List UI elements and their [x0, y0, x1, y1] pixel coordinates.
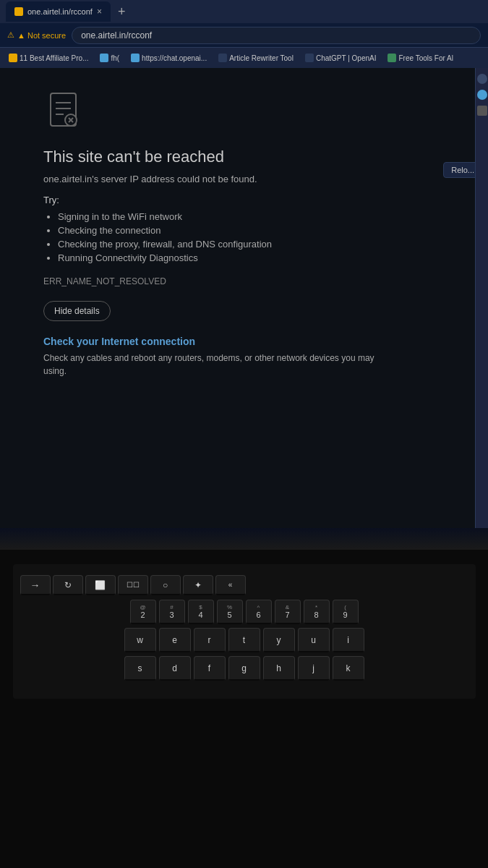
key-f[interactable]: f [194, 656, 226, 681]
key-fullscreen[interactable]: ⬜ [85, 575, 116, 595]
check-connection-title: Check your Internet connection [43, 336, 195, 347]
key-k[interactable]: k [333, 656, 364, 681]
laptop-screen: one.airtel.in/rcconf × + ⚠ ▲ Not secure … [0, 0, 488, 528]
key-r[interactable]: r [194, 628, 226, 652]
bookmarks-bar: 11 Best Affiliate Pro... fh( https://cha… [0, 48, 488, 68]
key-volume[interactable]: « [215, 575, 246, 595]
address-bar: ⚠ ▲ Not secure one.airtel.in/rcconf [0, 23, 488, 48]
key-h[interactable]: h [263, 656, 295, 681]
bookmark-label-5: Free Tools For Al [398, 54, 453, 62]
key-brightness-down[interactable]: ○ [150, 575, 181, 595]
key-arrow-right[interactable]: → [20, 575, 51, 595]
browser-chrome: one.airtel.in/rcconf × + ⚠ ▲ Not secure … [0, 0, 488, 68]
bookmark-4[interactable]: ChatGPT | OpenAI [301, 52, 381, 64]
key-9[interactable]: (9 [333, 600, 359, 624]
key-3[interactable]: #3 [159, 600, 185, 624]
laptop-hinge [0, 528, 488, 550]
key-2[interactable]: @2 [130, 600, 156, 624]
tab-favicon [14, 7, 23, 16]
tab-title: one.airtel.in/rcconf [27, 7, 93, 16]
bookmark-5[interactable]: Free Tools For Al [383, 52, 457, 64]
error-suggestions: Signing in to the WiFi network Checking … [58, 211, 272, 266]
error-icon [43, 90, 87, 133]
bookmark-favicon-2 [131, 54, 140, 62]
suggestion-2: Checking the proxy, firewall, and DNS co… [58, 239, 272, 250]
fn-key-row: → ↻ ⬜ ☐☐ ○ ✦ « [20, 575, 468, 595]
bookmark-favicon-1 [100, 54, 108, 62]
bookmark-0[interactable]: 11 Best Affiliate Pro... [4, 52, 93, 64]
keyboard-area: → ↻ ⬜ ☐☐ ○ ✦ « @2 #3 $4 %5 ^6 [0, 550, 488, 868]
bookmark-label-3: Article Rewriter Tool [229, 54, 294, 62]
panel-icon-1 [477, 74, 487, 84]
suggestion-3: Running Connectivity Diagnostics [58, 252, 272, 263]
not-secure-label: ▲ Not secure [17, 31, 66, 40]
tab-bar: one.airtel.in/rcconf × + [0, 0, 488, 23]
bookmark-favicon-3 [218, 54, 227, 62]
check-connection-text: Check any cables and reboot any routers,… [43, 352, 390, 378]
key-s[interactable]: s [124, 656, 156, 681]
panel-icon-3 [477, 106, 487, 116]
key-8[interactable]: *8 [304, 600, 330, 624]
error-try-label: Try: [43, 195, 59, 205]
number-key-row: @2 #3 $4 %5 ^6 &7 *8 (9 [20, 600, 468, 624]
warning-icon: ⚠ [7, 30, 14, 40]
active-tab[interactable]: one.airtel.in/rcconf × [6, 1, 111, 22]
key-u[interactable]: u [298, 628, 330, 652]
bookmark-favicon-4 [305, 54, 314, 62]
bookmark-favicon-0 [9, 54, 17, 62]
suggestion-1: Checking the connection [58, 225, 272, 236]
key-g[interactable]: g [228, 656, 260, 681]
bookmark-1[interactable]: fh( [95, 52, 124, 64]
error-subtitle: one.airtel.in's server IP address could … [43, 174, 257, 184]
error-page: This site can't be reached one.airtel.in… [43, 90, 390, 378]
key-refresh[interactable]: ↻ [53, 575, 83, 595]
panel-icon-2 [477, 90, 487, 100]
key-window-switch[interactable]: ☐☐ [118, 575, 148, 595]
right-panel [475, 68, 488, 528]
bookmark-label-1: fh( [111, 54, 119, 62]
error-code: ERR_NAME_NOT_RESOLVED [43, 276, 166, 286]
url-text: one.airtel.in/rcconf [81, 30, 152, 41]
tab-close-button[interactable]: × [97, 7, 102, 17]
key-brightness-up[interactable]: ✦ [183, 575, 213, 595]
key-w[interactable]: w [124, 628, 156, 652]
key-i[interactable]: i [333, 628, 364, 652]
key-j[interactable]: j [298, 656, 330, 681]
bookmark-3[interactable]: Article Rewriter Tool [214, 52, 298, 64]
key-4[interactable]: $4 [188, 600, 214, 624]
qwerty-row: w e r t y u i [20, 628, 468, 652]
key-5[interactable]: %5 [217, 600, 243, 624]
hide-details-button[interactable]: Hide details [43, 301, 111, 321]
error-title: This site can't be reached [43, 148, 224, 166]
bookmark-label-4: ChatGPT | OpenAI [316, 54, 377, 62]
bookmark-label-0: 11 Best Affiliate Pro... [20, 54, 88, 62]
suggestion-0: Signing in to the WiFi network [58, 211, 272, 222]
bookmark-2[interactable]: https://chat.openai... [127, 52, 211, 64]
key-d[interactable]: d [159, 656, 191, 681]
key-e[interactable]: e [159, 628, 191, 652]
key-y[interactable]: y [263, 628, 295, 652]
asdf-row: s d f g h j k [20, 656, 468, 681]
browser-content: This site can't be reached one.airtel.in… [0, 68, 488, 528]
new-tab-button[interactable]: + [114, 4, 130, 20]
key-t[interactable]: t [228, 628, 260, 652]
url-input[interactable]: one.airtel.in/rcconf [72, 27, 481, 44]
not-secure-indicator: ⚠ ▲ Not secure [7, 30, 66, 40]
key-7[interactable]: &7 [275, 600, 301, 624]
bookmark-favicon-5 [388, 54, 396, 62]
key-6[interactable]: ^6 [246, 600, 272, 624]
keyboard-bezel: → ↻ ⬜ ☐☐ ○ ✦ « @2 #3 $4 %5 ^6 [13, 564, 476, 699]
bookmark-label-2: https://chat.openai... [142, 54, 207, 62]
